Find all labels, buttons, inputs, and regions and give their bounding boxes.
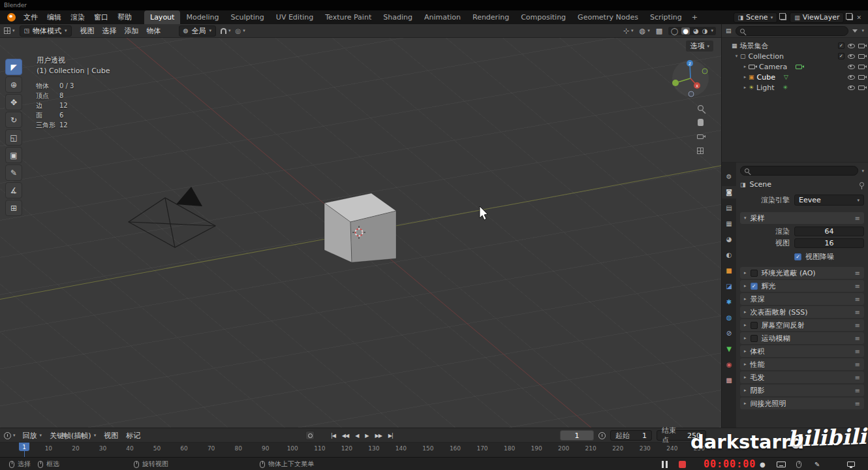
render-visibility-icon[interactable] bbox=[858, 65, 865, 69]
render-visibility-icon[interactable] bbox=[858, 86, 865, 90]
shading-wireframe-button[interactable]: ◯ bbox=[671, 27, 678, 35]
render-tab[interactable]: ◙ bbox=[722, 186, 736, 198]
panel-section-次表面散射-sss-[interactable]: ▸次表面散射 (SSS)≡ bbox=[740, 306, 864, 318]
panel-menu-icon[interactable]: ≡ bbox=[855, 296, 860, 303]
visibility-eye-icon[interactable] bbox=[848, 86, 855, 90]
modifiers-tab[interactable]: ◪ bbox=[722, 280, 736, 292]
panel-section-运动模糊[interactable]: ▸运动模糊≡ bbox=[740, 332, 864, 344]
value-field[interactable]: 64 bbox=[794, 227, 864, 236]
viewport-3d[interactable]: Z X 用户透视 (1) Collection | Cube 物体0 / 3顶点… bbox=[0, 38, 721, 428]
timeline-menu-视图[interactable]: 视图 bbox=[104, 431, 118, 441]
shading-material-button[interactable]: ◕ bbox=[693, 27, 699, 35]
render-engine-select[interactable]: Eevee ▾ bbox=[794, 195, 864, 206]
zoom-icon[interactable] bbox=[697, 105, 703, 111]
value-field[interactable]: 16 bbox=[794, 238, 864, 248]
object-tab[interactable]: ■ bbox=[722, 264, 736, 277]
panel-menu-icon[interactable]: ≡ bbox=[855, 387, 860, 394]
visibility-eye-icon[interactable] bbox=[848, 44, 855, 48]
physics-tab[interactable]: ◍ bbox=[722, 311, 736, 324]
current-frame-field[interactable]: 1 bbox=[560, 430, 594, 441]
panel-section-辉光[interactable]: ▸✓辉光≡ bbox=[740, 280, 864, 292]
workspace-tab-scripting[interactable]: Scripting bbox=[644, 10, 688, 24]
viewport-menu-视图[interactable]: 视图 bbox=[76, 26, 99, 36]
snap-toggle[interactable]: ▾ bbox=[221, 28, 231, 34]
new-scene-button[interactable] bbox=[781, 14, 786, 20]
viewport-menu-选择[interactable]: 选择 bbox=[99, 26, 121, 36]
remove-viewlayer-button[interactable]: ✕ bbox=[856, 14, 861, 21]
navigation-gizmo[interactable]: Z X bbox=[672, 60, 709, 97]
panel-section-屏幕空间反射[interactable]: ▸屏幕空间反射≡ bbox=[740, 319, 864, 331]
shading-solid-button[interactable]: ● bbox=[681, 27, 690, 35]
move-tool[interactable]: ✥ bbox=[5, 94, 22, 110]
frame-start-field[interactable]: 起始 1 bbox=[610, 430, 652, 441]
tool-tab[interactable]: ⚙ bbox=[722, 170, 736, 183]
panel-menu-icon[interactable]: ≡ bbox=[855, 335, 860, 342]
panel-menu-icon[interactable]: ≡ bbox=[855, 348, 860, 355]
expand-caret-icon[interactable]: ▸ bbox=[741, 85, 749, 90]
render-visibility-icon[interactable] bbox=[858, 54, 865, 59]
denoise-checkbox[interactable]: ✓ bbox=[794, 253, 801, 260]
texture-tab[interactable]: ▩ bbox=[722, 374, 736, 386]
visibility-eye-icon[interactable] bbox=[848, 65, 855, 69]
panel-section-性能[interactable]: ▸性能≡ bbox=[740, 358, 864, 370]
section-checkbox[interactable] bbox=[751, 335, 758, 342]
workspace-tab-uv-editing[interactable]: UV Editing bbox=[270, 10, 319, 24]
transform-orientation-dropdown[interactable]: ◍ 全局 ▾ bbox=[179, 25, 216, 37]
render-visibility-icon[interactable] bbox=[858, 75, 865, 80]
measure-tool[interactable]: ∡ bbox=[5, 182, 22, 198]
outliner-row-cube[interactable]: ▸▣Cube▽ bbox=[722, 72, 868, 82]
scene-selector[interactable]: ◨ Scene ▾ bbox=[734, 12, 778, 23]
workspace-tab-sculpting[interactable]: Sculpting bbox=[225, 10, 270, 24]
outliner-row-light[interactable]: ▸☀Light✳ bbox=[722, 82, 868, 93]
particles-tab[interactable]: ✱ bbox=[722, 296, 736, 308]
menubar-menu-渲染[interactable]: 渲染 bbox=[66, 10, 89, 24]
auto-keying-button[interactable] bbox=[305, 431, 315, 440]
annotate-tool[interactable]: ✎ bbox=[5, 164, 22, 181]
rotate-tool[interactable]: ↻ bbox=[5, 112, 22, 128]
properties-search-input[interactable] bbox=[740, 166, 858, 176]
expand-caret-icon[interactable]: ▾ bbox=[733, 54, 740, 59]
sampling-panel-header[interactable]: ▾ 采样 ≡ bbox=[740, 212, 864, 224]
panel-menu-icon[interactable]: ≡ bbox=[855, 400, 860, 407]
panel-section-阴影[interactable]: ▸阴影≡ bbox=[740, 384, 864, 396]
scene-tab[interactable]: ◕ bbox=[722, 233, 736, 245]
panel-menu-icon[interactable]: ≡ bbox=[855, 215, 860, 222]
timeline-menu-关键帧-插帧-[interactable]: 关键帧(插帧)▾ bbox=[50, 431, 96, 441]
cursor-tool[interactable]: ⊕ bbox=[5, 76, 22, 93]
pin-icon[interactable] bbox=[860, 182, 864, 187]
workspace-tab-layout[interactable]: Layout bbox=[144, 10, 180, 24]
workspace-tab-geometry-nodes[interactable]: Geometry Nodes bbox=[572, 10, 644, 24]
gizmos-toggle[interactable]: ⊹ ▾ bbox=[623, 27, 634, 35]
section-checkbox[interactable] bbox=[751, 270, 758, 277]
section-checkbox[interactable] bbox=[751, 322, 758, 329]
menubar-menu-帮助[interactable]: 帮助 bbox=[113, 10, 136, 24]
panel-section-毛发[interactable]: ▸毛发≡ bbox=[740, 371, 864, 383]
viewlayer-tab[interactable]: ▦ bbox=[722, 217, 736, 230]
jump-to-start-button[interactable]: |◀ bbox=[330, 433, 337, 439]
add-workspace-button[interactable]: + bbox=[688, 10, 702, 24]
menubar-menu-窗口[interactable]: 窗口 bbox=[89, 10, 113, 24]
play-reverse-button[interactable]: ◀ bbox=[354, 433, 360, 439]
viewport-menu-物体[interactable]: 物体 bbox=[143, 26, 165, 36]
panel-menu-icon[interactable]: ≡ bbox=[855, 322, 860, 329]
new-viewlayer-button[interactable] bbox=[847, 14, 853, 20]
outliner-search-input[interactable] bbox=[736, 26, 849, 36]
camera-view-icon[interactable] bbox=[697, 134, 704, 139]
prev-keyframe-button[interactable]: ◀◀ bbox=[341, 433, 350, 439]
blender-logo-icon[interactable] bbox=[7, 13, 16, 22]
workspace-tab-rendering[interactable]: Rendering bbox=[467, 10, 515, 24]
panel-section-景深[interactable]: ▸景深≡ bbox=[740, 293, 864, 305]
outliner-row-场景集合[interactable]: ▦场景集合✓ bbox=[722, 40, 868, 51]
panel-menu-icon[interactable]: ≡ bbox=[855, 270, 860, 277]
timeline-editor-button[interactable]: ▾ bbox=[4, 432, 16, 439]
pan-hand-icon[interactable] bbox=[698, 119, 704, 126]
panel-menu-icon[interactable]: ≡ bbox=[855, 283, 860, 290]
viewport-menu-添加[interactable]: 添加 bbox=[121, 26, 143, 36]
scale-tool[interactable]: ◱ bbox=[5, 129, 22, 146]
shading-rendered-button[interactable]: ◑ bbox=[702, 27, 708, 35]
section-checkbox[interactable]: ✓ bbox=[751, 283, 758, 290]
selectable-checkbox[interactable]: ✓ bbox=[838, 42, 845, 49]
proportional-edit-toggle[interactable]: ◎ ▾ bbox=[235, 27, 245, 35]
panel-menu-icon[interactable]: ≡ bbox=[855, 361, 860, 368]
chevron-down-icon[interactable]: ▾ bbox=[861, 28, 864, 33]
